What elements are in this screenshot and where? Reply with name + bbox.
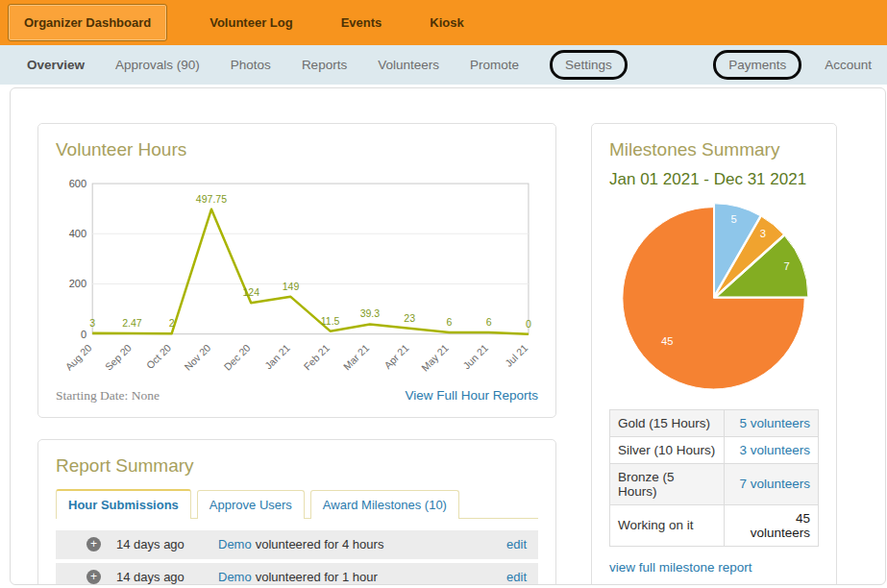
volunteers-link[interactable]: 7 volunteers [739, 477, 810, 491]
tab-approve-users[interactable]: Approve Users [197, 490, 305, 519]
tab-events[interactable]: Events [335, 8, 388, 37]
line-chart-svg: 020040060032.472497.7512414911.539.32366… [56, 168, 538, 386]
subnav-volunteers[interactable]: Volunteers [378, 58, 439, 72]
submission-time: 14 days ago [116, 570, 205, 584]
svg-text:0: 0 [526, 318, 531, 330]
milestones-pie-chart: 53745 [609, 193, 819, 402]
subnav-payments[interactable]: Payments [713, 50, 801, 80]
user-link[interactable]: Demo [218, 537, 252, 551]
milestone-count: 45 volunteers [725, 504, 819, 546]
volunteer-hours-title: Volunteer Hours [56, 139, 538, 160]
svg-text:May 21: May 21 [419, 342, 451, 374]
svg-text:2.47: 2.47 [122, 317, 142, 329]
subnav-settings[interactable]: Settings [550, 50, 628, 80]
milestone-label: Working on it [610, 504, 725, 546]
report-summary-card: Report Summary Hour Submissions Approve … [37, 439, 556, 585]
tab-hour-submissions[interactable]: Hour Submissions [56, 489, 191, 519]
expand-plus-icon[interactable]: + [86, 537, 101, 551]
subnav-approvals[interactable]: Approvals (90) [115, 58, 200, 72]
subnav-right-group: Payments Account [713, 55, 872, 75]
secondary-navigation: Overview Approvals (90) Photos Reports V… [0, 45, 887, 85]
subnav-reports[interactable]: Reports [302, 58, 347, 72]
volunteer-hours-footer: Starting Date: None View Full Hour Repor… [56, 388, 538, 404]
svg-text:400: 400 [69, 228, 86, 239]
svg-text:Nov 20: Nov 20 [182, 342, 212, 373]
table-row: Silver (10 Hours) 3 volunteers [610, 436, 819, 463]
left-column: Volunteer Hours 020040060032.472497.7512… [37, 123, 556, 584]
view-full-milestone-report-link[interactable]: view full milestone report [609, 560, 752, 575]
svg-text:39.3: 39.3 [360, 307, 381, 319]
milestones-summary-title: Milestones Summary [609, 139, 819, 160]
submission-row: + 14 days ago Demovolunteered for 4 hour… [56, 530, 538, 559]
view-full-hour-reports-link[interactable]: View Full Hour Reports [405, 388, 538, 403]
svg-text:11.5: 11.5 [321, 315, 340, 327]
subnav-promote[interactable]: Promote [470, 58, 519, 72]
right-column: Milestones Summary Jan 01 2021 - Dec 31 … [591, 123, 837, 584]
starting-date-label: Starting Date: None [56, 388, 160, 404]
submission-description: volunteered for 4 hours [256, 537, 384, 551]
milestone-label: Bronze (5 Hours) [610, 463, 725, 504]
svg-text:149: 149 [283, 281, 300, 292]
tab-volunteer-log[interactable]: Volunteer Log [204, 8, 298, 37]
svg-text:23: 23 [404, 312, 415, 324]
svg-text:124: 124 [242, 286, 259, 298]
svg-text:Dec 20: Dec 20 [222, 342, 253, 373]
milestone-label: Silver (10 Hours) [610, 436, 725, 463]
submission-row: + 14 days ago Demovolunteered for 1 hour… [56, 563, 538, 585]
table-row: Bronze (5 Hours) 7 volunteers [610, 463, 819, 504]
volunteer-hours-chart: 020040060032.472497.7512414911.539.32366… [56, 168, 538, 386]
svg-text:6: 6 [486, 316, 492, 328]
svg-text:Sep 20: Sep 20 [103, 342, 134, 373]
volunteers-link[interactable]: 5 volunteers [739, 416, 810, 430]
volunteer-hours-card: Volunteer Hours 020040060032.472497.7512… [37, 123, 556, 418]
svg-text:Oct 20: Oct 20 [144, 342, 174, 372]
report-summary-title: Report Summary [56, 455, 538, 477]
svg-text:5: 5 [730, 213, 736, 225]
svg-text:7: 7 [783, 260, 789, 272]
report-summary-tabs: Hour Submissions Approve Users Award Mil… [56, 488, 538, 519]
svg-text:Apr 21: Apr 21 [382, 342, 411, 372]
milestone-count: 5 volunteers [725, 409, 819, 436]
tab-organizer-dashboard[interactable]: Organizer Dashboard [8, 4, 167, 41]
svg-text:2: 2 [169, 317, 175, 329]
svg-text:3: 3 [759, 228, 765, 239]
submission-description: volunteered for 1 hour [256, 570, 378, 584]
pie-chart-svg: 53745 [616, 193, 813, 398]
submission-text: Demovolunteered for 4 hours [218, 537, 506, 551]
tab-award-milestones[interactable]: Award Milestones (10) [310, 490, 459, 519]
subnav-photos[interactable]: Photos [231, 58, 271, 72]
milestone-label: Gold (15 Hours) [610, 409, 725, 436]
svg-text:497.75: 497.75 [196, 193, 227, 205]
svg-text:Feb 21: Feb 21 [301, 342, 332, 373]
milestone-count: 7 volunteers [725, 463, 819, 504]
edit-link[interactable]: edit [506, 570, 527, 584]
subnav-account[interactable]: Account [825, 58, 872, 72]
milestones-summary-card: Milestones Summary Jan 01 2021 - Dec 31 … [591, 123, 837, 585]
svg-text:Aug 20: Aug 20 [62, 342, 93, 373]
dashboard-content: Volunteer Hours 020040060032.472497.7512… [10, 87, 886, 585]
svg-text:Jul 21: Jul 21 [503, 342, 530, 369]
svg-text:Jan 21: Jan 21 [262, 342, 292, 372]
volunteers-link[interactable]: 3 volunteers [739, 443, 810, 457]
submission-time: 14 days ago [116, 537, 205, 551]
expand-plus-icon[interactable]: + [86, 570, 101, 584]
user-link[interactable]: Demo [218, 570, 252, 584]
tab-kiosk[interactable]: Kiosk [424, 8, 469, 37]
subnav-overview[interactable]: Overview [27, 58, 85, 72]
svg-text:45: 45 [661, 335, 673, 347]
milestone-count: 3 volunteers [725, 436, 819, 463]
edit-link[interactable]: edit [506, 537, 527, 551]
top-navigation: Organizer Dashboard Volunteer Log Events… [0, 0, 887, 45]
submission-text: Demovolunteered for 1 hour [218, 570, 506, 584]
svg-text:0: 0 [81, 329, 86, 340]
milestones-table: Gold (15 Hours) 5 volunteers Silver (10 … [609, 409, 819, 547]
svg-text:6: 6 [446, 316, 452, 328]
table-row: Gold (15 Hours) 5 volunteers [610, 409, 819, 436]
svg-text:3: 3 [89, 317, 95, 329]
subnav-left-group: Overview Approvals (90) Photos Reports V… [27, 55, 628, 75]
svg-text:200: 200 [69, 278, 86, 289]
milestones-date-range: Jan 01 2021 - Dec 31 2021 [609, 170, 819, 189]
svg-text:600: 600 [69, 178, 86, 189]
svg-text:Jun 21: Jun 21 [460, 342, 490, 372]
table-row: Working on it 45 volunteers [610, 504, 819, 546]
